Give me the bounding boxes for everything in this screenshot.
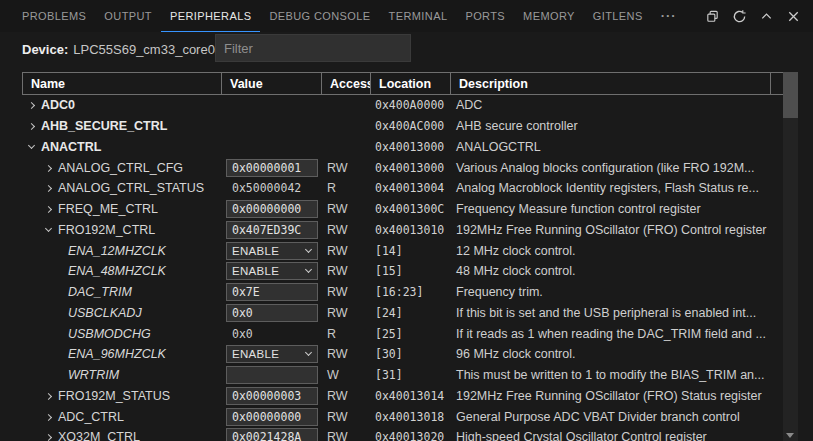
register-description: Various Analog blocks configuration (lik… — [451, 161, 798, 175]
value-input[interactable]: 0x00000000 — [226, 408, 318, 426]
tab-memory[interactable]: MEMORY — [514, 0, 584, 32]
tree-chevron-icon — [28, 142, 35, 149]
tab-terminal[interactable]: TERMINAL — [380, 0, 457, 32]
register-name: ANALOG_CTRL_CFG — [58, 161, 183, 175]
value-input[interactable]: 0x00000001 — [226, 159, 318, 177]
register-location: [30] — [371, 347, 451, 361]
table-row: XO32M_CTRL 0x0021428A RW 0x40013020 High… — [22, 427, 798, 441]
register-name-cell[interactable]: USBCLKADJ — [22, 306, 222, 320]
panel-tab-bar: PROBLEMSOUTPUTPERIPHERALSDEBUG CONSOLETE… — [0, 0, 813, 32]
register-description: AHB secure controller — [451, 119, 798, 133]
table-row: USBMODCHG 0x0 R [25] If it reads as 1 wh… — [22, 323, 798, 344]
column-header-description: Description — [451, 73, 771, 94]
register-name-cell[interactable]: ENA_96MHZCLK — [22, 347, 222, 361]
filter-input[interactable] — [215, 34, 411, 62]
value-select[interactable]: ENABLE — [226, 242, 318, 260]
register-name: FRO192M_STATUS — [58, 389, 170, 403]
register-description: 12 MHz clock control. — [451, 244, 798, 258]
register-name-cell[interactable]: FRO192M_CTRL — [22, 223, 222, 237]
tab-ports[interactable]: PORTS — [456, 0, 514, 32]
register-name-cell[interactable]: ANALOG_CTRL_STATUS — [22, 181, 222, 195]
value-input[interactable]: 0x407ED39C — [226, 221, 318, 239]
register-access: RW — [322, 347, 371, 361]
register-name-cell[interactable]: ADC0 — [22, 98, 222, 112]
register-access: RW — [322, 244, 371, 258]
register-name: DAC_TRIM — [68, 285, 132, 299]
register-name-cell[interactable]: ENA_12MHZCLK — [22, 244, 222, 258]
register-value-cell: 0x00000000 — [222, 408, 322, 426]
register-value-cell: ENABLE — [222, 242, 322, 260]
register-description: 96 MHz clock control. — [451, 347, 798, 361]
column-header-value: Value — [222, 73, 322, 94]
register-description: If it reads as 1 when reading the DAC_TR… — [451, 327, 798, 341]
column-header-name: Name — [23, 73, 222, 94]
register-location: 0x40013014 — [371, 389, 451, 403]
register-location: [14] — [371, 244, 451, 258]
register-name: USBCLKADJ — [68, 306, 142, 320]
restore-panel-icon[interactable] — [704, 8, 720, 24]
tab-peripherals[interactable]: PERIPHERALS — [161, 0, 260, 32]
register-name-cell[interactable]: FREQ_ME_CTRL — [22, 202, 222, 216]
chevron-up-icon[interactable] — [758, 8, 774, 24]
register-description: General Purpose ADC VBAT Divider branch … — [451, 410, 798, 424]
register-description: 192MHz Free Running OScillator (FRO) Sta… — [451, 389, 798, 403]
register-name: FRO192M_CTRL — [58, 223, 155, 237]
tab-debug-console[interactable]: DEBUG CONSOLE — [260, 0, 379, 32]
register-name: ENA_96MHZCLK — [68, 347, 166, 361]
value-input[interactable]: 0x00000000 — [226, 200, 318, 218]
tree-chevron-icon — [45, 165, 52, 172]
register-name-cell[interactable]: ANALOG_CTRL_CFG — [22, 161, 222, 175]
tree-chevron-icon — [28, 102, 35, 109]
tree-chevron-icon — [45, 414, 52, 421]
register-name-cell[interactable]: AHB_SECURE_CTRL — [22, 119, 222, 133]
register-name-cell[interactable]: USBMODCHG — [22, 327, 222, 341]
register-access: RW — [322, 306, 371, 320]
register-name-cell[interactable]: XO32M_CTRL — [22, 430, 222, 441]
register-value-cell: 0x0021428A — [222, 428, 322, 441]
register-name: ADC_CTRL — [58, 410, 124, 424]
value-input[interactable]: 0x00000003 — [226, 387, 318, 405]
value-input[interactable]: 0x0021428A — [226, 428, 318, 441]
register-name: ENA_48MHZCLK — [68, 264, 166, 278]
register-access: RW — [322, 410, 371, 424]
register-access: R — [322, 181, 371, 195]
register-description: 192MHz Free Running OScillator (FRO) Con… — [451, 223, 798, 237]
value-input[interactable]: 0x0 — [226, 304, 318, 322]
tab-gitlens[interactable]: GITLENS — [584, 0, 652, 32]
register-location: 0x40013018 — [371, 410, 451, 424]
register-name: ANALOG_CTRL_STATUS — [58, 181, 204, 195]
value-select[interactable]: ENABLE — [226, 262, 318, 280]
register-name-cell[interactable]: ANACTRL — [22, 140, 222, 154]
value-select[interactable]: ENABLE — [226, 345, 318, 363]
table-row: AHB_SECURE_CTRL 0x400AC000 AHB secure co… — [22, 116, 798, 137]
tree-chevron-icon — [28, 123, 35, 130]
table-scrollbar[interactable] — [783, 72, 798, 441]
register-name-cell[interactable]: ADC_CTRL — [22, 410, 222, 424]
tab-output[interactable]: OUTPUT — [95, 0, 161, 32]
close-icon[interactable] — [785, 8, 801, 24]
more-actions-button[interactable]: ··· — [652, 0, 686, 32]
table-row: ANALOG_CTRL_CFG 0x00000001 RW 0x40013000… — [22, 157, 798, 178]
register-value-cell: 0x00000003 — [222, 387, 322, 405]
register-description: This must be written to 1 to modify the … — [451, 368, 798, 382]
scrollbar-down-arrow[interactable] — [786, 433, 794, 438]
register-description: Analog Macroblock Identity registers, Fl… — [451, 181, 798, 195]
register-name-cell[interactable]: ENA_48MHZCLK — [22, 264, 222, 278]
register-name-cell[interactable]: WRTRIM — [22, 368, 222, 382]
value-input[interactable] — [226, 366, 318, 384]
register-description: ANALOGCTRL — [451, 140, 798, 154]
register-name-cell[interactable]: DAC_TRIM — [22, 285, 222, 299]
table-header: Name Value Access Location Description — [22, 72, 798, 95]
register-access: RW — [322, 161, 371, 175]
register-name-cell[interactable]: FRO192M_STATUS — [22, 389, 222, 403]
tree-chevron-icon — [45, 434, 52, 441]
table-row: USBCLKADJ 0x0 RW [24] If this bit is set… — [22, 303, 798, 324]
refresh-icon[interactable] — [731, 8, 747, 24]
register-value-cell — [222, 366, 322, 384]
value-input[interactable]: 0x7E — [226, 283, 318, 301]
scrollbar-thumb[interactable] — [783, 72, 798, 118]
tab-problems[interactable]: PROBLEMS — [13, 0, 95, 32]
register-value-cell: 0x50000042 — [222, 181, 322, 195]
register-value-cell: 0x00000000 — [222, 200, 322, 218]
register-location: [15] — [371, 264, 451, 278]
